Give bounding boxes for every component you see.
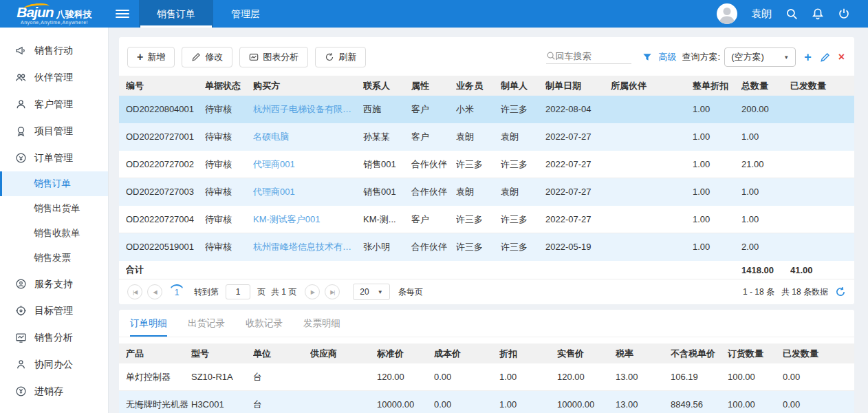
buyer-link[interactable]: 代理商001 (253, 186, 363, 198)
create-date: 2022-07-27 (545, 214, 611, 224)
sidebar-subitem-invoice[interactable]: 销售发票 (0, 246, 108, 271)
refresh-icon (325, 52, 334, 62)
buyer-link[interactable]: 代理商001 (253, 158, 363, 171)
order-id: OD20220804001 (126, 104, 205, 114)
top-tabs: 销售订单 管理层 (139, 0, 278, 28)
add-button[interactable]: + 新增 (127, 47, 175, 67)
refresh-button[interactable]: 刷新 (315, 47, 366, 67)
tab-shipment-records[interactable]: 出货记录 (188, 317, 225, 337)
col-header: 总数量 (741, 80, 790, 92)
total-qty: 2.00 (741, 242, 790, 252)
record-range: 1 - 18 条 (743, 286, 774, 298)
search-icon[interactable] (785, 8, 798, 20)
order-status: 待审核 (205, 103, 253, 116)
bell-icon[interactable] (812, 8, 824, 20)
chart-icon (249, 52, 259, 62)
sidebar-item-order-mgmt[interactable]: 订单管理 (0, 145, 108, 171)
salesperson: 许三多 (456, 241, 501, 253)
sidebar-subitem-sales-order[interactable]: 销售订单 (0, 171, 108, 196)
table-row[interactable]: OD20220727004 待审核 KM-测试客户001 KM-测... 客户 … (119, 206, 854, 233)
actual-price: 10000.00 (557, 399, 616, 410)
refresh-list-icon[interactable] (835, 286, 846, 297)
user-avatar[interactable] (717, 3, 737, 24)
detail-row[interactable]: 无悔牌时光机器 H3C001 台 10000.00 0.00 1.00 1000… (119, 391, 854, 413)
search-box (546, 51, 631, 64)
query-plan-select[interactable]: (空方案) ▼ (724, 47, 796, 67)
current-page-indicator[interactable]: 1 (169, 284, 184, 299)
sidebar-item-customer-mgmt[interactable]: 客户管理 (0, 91, 108, 118)
first-page-button[interactable]: |◀ (127, 284, 142, 299)
discount: 1.00 (499, 399, 557, 410)
tab-order-detail[interactable]: 订单明细 (130, 317, 167, 337)
delete-query-plan-icon[interactable]: × (838, 52, 845, 63)
sidebar-item-target-mgmt[interactable]: 目标管理 (0, 297, 108, 324)
tab-management[interactable]: 管理层 (213, 0, 278, 28)
advanced-link[interactable]: 高级 (659, 51, 677, 63)
col-header: 整单折扣 (693, 80, 741, 92)
sidebar-item-collab-office[interactable]: 协同办公 (0, 351, 108, 378)
next-page-button[interactable]: ▶ (305, 284, 320, 299)
buyer-link[interactable]: 杭州西子电梯设备有限公司 (253, 103, 363, 116)
tab-sales-order[interactable]: 销售订单 (139, 0, 213, 28)
buyer-link[interactable]: KM-测试客户001 (253, 213, 363, 226)
customer-icon (15, 98, 27, 110)
edit-button[interactable]: 修改 (182, 47, 232, 67)
last-page-button[interactable]: ▶| (325, 284, 340, 299)
page-size-select[interactable]: 20 ▼ (353, 284, 389, 300)
salesperson: 许三多 (456, 158, 501, 171)
order-icon (15, 152, 27, 164)
order-id: OD20220727002 (126, 159, 205, 169)
sidebar-item-partner-mgmt[interactable]: 伙伴管理 (0, 64, 108, 91)
sidebar-item-label: 销售行动 (34, 45, 73, 57)
discount: 1.00 (693, 214, 741, 224)
page-size-value: 20 (360, 287, 369, 297)
discount: 1.00 (693, 187, 741, 197)
col-header: 供应商 (310, 348, 377, 360)
table-row[interactable]: OD20220727001 待审核 名硕电脑 孙某某 客户 袁朗 袁朗 2022… (119, 123, 854, 151)
create-date: 2022-07-27 (545, 159, 611, 169)
sidebar-item-project-mgmt[interactable]: 项目管理 (0, 118, 108, 145)
table-row[interactable]: OD20220727002 待审核 代理商001 销售001 合作伙伴 许三多 … (119, 151, 854, 178)
buyer-link[interactable]: 杭州雷峰塔信息技术有限公司 (253, 241, 363, 253)
table-row[interactable]: OD20220804001 待审核 杭州西子电梯设备有限公司 西施 客户 小米 … (119, 96, 854, 123)
page-number-input[interactable] (226, 284, 250, 299)
sidebar-item-sales-action[interactable]: 销售行动 (0, 37, 108, 64)
col-header: 制单日期 (545, 80, 611, 92)
brand-tagline: Anyone,Anytime,Anywhere! (21, 20, 88, 25)
search-input[interactable] (556, 51, 631, 61)
filter-icon[interactable] (642, 52, 652, 62)
sidebar-item-sales-analytics[interactable]: 销售分析 (0, 324, 108, 351)
tab-receipt-records[interactable]: 收款记录 (246, 317, 283, 337)
power-icon[interactable] (838, 8, 850, 20)
sidebar-item-inventory[interactable]: 进销存 (0, 378, 108, 405)
buyer-link[interactable]: 名硕电脑 (253, 131, 363, 143)
menu-toggle-icon[interactable] (116, 10, 129, 18)
edit-button-label: 修改 (205, 51, 223, 63)
detail-row[interactable]: 单灯控制器 SZ10-R1A 台 120.00 0.00 1.00 120.00… (119, 363, 854, 391)
inventory-icon (15, 385, 27, 397)
query-plan-value: (空方案) (731, 51, 764, 63)
chart-analysis-button[interactable]: 图表分析 (239, 47, 308, 67)
add-query-plan-icon[interactable]: + (804, 51, 812, 63)
service-icon (15, 278, 27, 290)
col-header: 不含税单价 (671, 348, 728, 360)
total-pages-label: 共 1 页 (271, 286, 296, 298)
table-row[interactable]: OD20220727003 待审核 代理商001 销售001 合作伙伴 袁朗 袁… (119, 178, 854, 206)
totals-label: 合计 (126, 264, 205, 276)
sidebar-item-label: 销售分析 (34, 332, 73, 344)
col-header: 折扣 (499, 348, 557, 360)
sidebar-item-service-support[interactable]: 服务支持 (0, 271, 108, 297)
top-bar: Bajun 八骏科技 Anyone,Anytime,Anywhere! 销售订单… (0, 0, 868, 28)
sidebar-subitem-receipt[interactable]: 销售收款单 (0, 221, 108, 246)
edit-query-plan-icon[interactable] (820, 52, 830, 63)
sidebar-subitem-shipment[interactable]: 销售出货单 (0, 196, 108, 221)
prev-page-button[interactable]: ◀ (147, 284, 162, 299)
create-date: 2022-08-04 (545, 104, 611, 114)
col-header: 标准价 (377, 348, 434, 360)
shipped-qty: 0.00 (783, 372, 854, 382)
sidebar-item-label: 项目管理 (34, 125, 73, 138)
username[interactable]: 袁朗 (751, 8, 772, 21)
model: SZ10-R1A (191, 372, 253, 382)
table-row[interactable]: OD20220519001 待审核 杭州雷峰塔信息技术有限公司 张小明 合作伙伴… (119, 233, 854, 261)
tab-invoice-detail[interactable]: 发票明细 (303, 317, 340, 337)
